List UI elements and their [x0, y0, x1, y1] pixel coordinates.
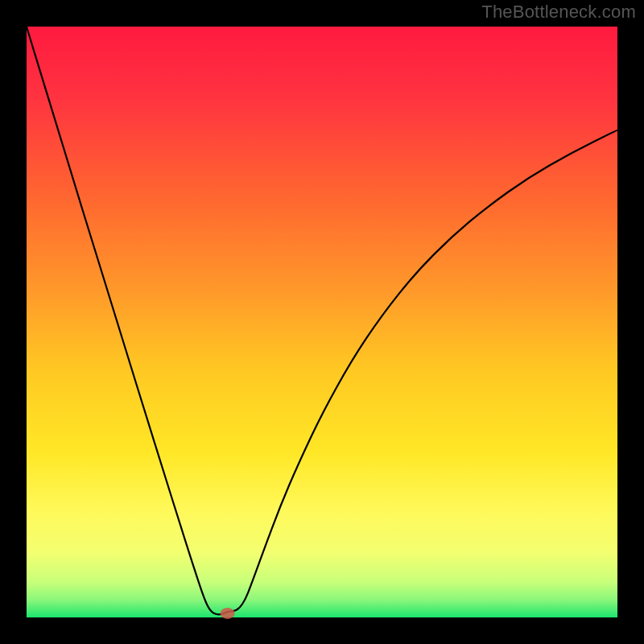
- plot-border-left: [0, 0, 27, 644]
- attribution-text: TheBottleneck.com: [481, 2, 636, 23]
- plot-border-right: [617, 0, 644, 644]
- plot-background: [27, 27, 617, 617]
- plot-border-bottom: [0, 617, 644, 644]
- optimum-marker: [221, 608, 235, 619]
- bottleneck-chart: [0, 0, 644, 644]
